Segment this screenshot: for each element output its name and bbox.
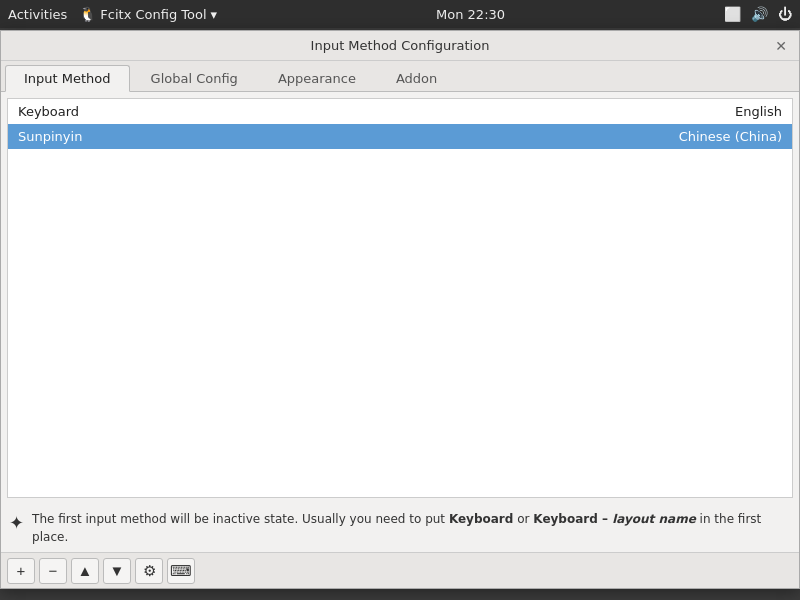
configure-icon: ⚙	[143, 562, 156, 580]
tab-addon-label: Addon	[396, 71, 437, 86]
tab-global-config-label: Global Config	[151, 71, 238, 86]
add-button[interactable]: +	[7, 558, 35, 584]
app-name-label: Fcitx Config Tool	[100, 7, 206, 22]
tab-appearance-label: Appearance	[278, 71, 356, 86]
move-down-button[interactable]: ▼	[103, 558, 131, 584]
method-name: Sunpinyin	[8, 124, 635, 149]
system-topbar: Activities 🐧 Fcitx Config Tool ▾ Mon 22:…	[0, 0, 800, 28]
topbar-clock: Mon 22:30	[436, 7, 505, 22]
power-icon[interactable]: ⏻	[778, 6, 792, 22]
app-dropdown-icon: ▾	[211, 7, 218, 22]
monitor-icon[interactable]: ⬜	[724, 6, 741, 22]
method-lang: English	[635, 99, 792, 124]
add-icon: +	[17, 562, 26, 579]
titlebar: Input Method Configuration ✕	[1, 31, 799, 61]
sound-icon[interactable]: 🔊	[751, 6, 768, 22]
info-text-mid1: or	[513, 512, 533, 526]
info-bold-keyboard2: Keyboard – layout name	[533, 512, 696, 526]
info-icon: ✦	[9, 512, 24, 533]
clock-label: Mon 22:30	[436, 7, 505, 22]
app-tux-icon: 🐧	[79, 6, 96, 22]
keyboard-layout-button[interactable]: ⌨	[167, 558, 195, 584]
info-bar: ✦ The first input method will be inactiv…	[1, 504, 799, 552]
window-title: Input Method Configuration	[29, 38, 771, 53]
tab-input-method-label: Input Method	[24, 71, 111, 86]
move-up-button[interactable]: ▲	[71, 558, 99, 584]
activities-button[interactable]: Activities	[8, 7, 67, 22]
keyboard-icon: ⌨	[170, 562, 192, 580]
tab-addon[interactable]: Addon	[377, 65, 456, 91]
tab-input-method[interactable]: Input Method	[5, 65, 130, 92]
input-method-list: Keyboard English Sunpinyin Chinese (Chin…	[8, 99, 792, 149]
method-lang: Chinese (China)	[635, 124, 792, 149]
configure-button[interactable]: ⚙	[135, 558, 163, 584]
remove-button[interactable]: −	[39, 558, 67, 584]
up-icon: ▲	[78, 562, 93, 579]
topbar-left: Activities 🐧 Fcitx Config Tool ▾	[8, 6, 217, 22]
info-italic-layout: layout name	[612, 512, 696, 526]
info-text: The first input method will be inactive …	[32, 510, 791, 546]
down-icon: ▼	[110, 562, 125, 579]
table-row[interactable]: Sunpinyin Chinese (China)	[8, 124, 792, 149]
app-menu[interactable]: 🐧 Fcitx Config Tool ▾	[79, 6, 217, 22]
tab-bar: Input Method Global Config Appearance Ad…	[1, 61, 799, 92]
tab-appearance[interactable]: Appearance	[259, 65, 375, 91]
bottom-toolbar: + − ▲ ▼ ⚙ ⌨	[1, 552, 799, 588]
close-button[interactable]: ✕	[771, 36, 791, 56]
topbar-right: ⬜ 🔊 ⏻	[724, 6, 792, 22]
info-text-before: The first input method will be inactive …	[32, 512, 449, 526]
remove-icon: −	[49, 562, 58, 579]
tab-global-config[interactable]: Global Config	[132, 65, 257, 91]
main-window: Input Method Configuration ✕ Input Metho…	[0, 30, 800, 589]
content-area: Keyboard English Sunpinyin Chinese (Chin…	[7, 98, 793, 498]
info-bold-keyboard1: Keyboard	[449, 512, 514, 526]
method-name: Keyboard	[8, 99, 635, 124]
info-bold2-text: Keyboard –	[533, 512, 612, 526]
table-row[interactable]: Keyboard English	[8, 99, 792, 124]
